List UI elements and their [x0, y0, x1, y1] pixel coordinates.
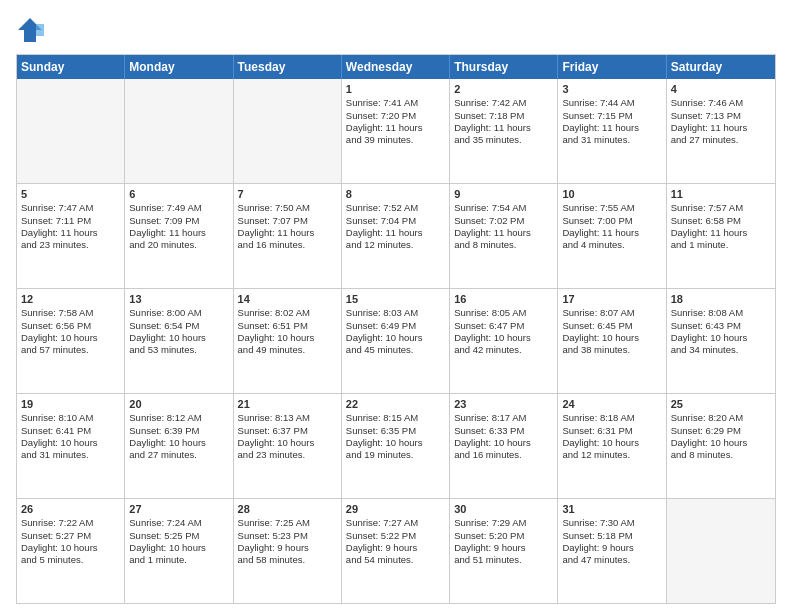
calendar-day-13: 13Sunrise: 8:00 AMSunset: 6:54 PMDayligh…: [125, 289, 233, 393]
day-number: 30: [454, 502, 553, 516]
day-info-line-2: Daylight: 9 hours: [346, 542, 445, 554]
calendar-row-2: 12Sunrise: 7:58 AMSunset: 6:56 PMDayligh…: [17, 288, 775, 393]
calendar-day-14: 14Sunrise: 8:02 AMSunset: 6:51 PMDayligh…: [234, 289, 342, 393]
day-info-line-3: and 23 minutes.: [238, 449, 337, 461]
svg-marker-1: [36, 24, 44, 36]
day-number: 15: [346, 292, 445, 306]
day-number: 11: [671, 187, 771, 201]
calendar-day-10: 10Sunrise: 7:55 AMSunset: 7:00 PMDayligh…: [558, 184, 666, 288]
day-info-line-0: Sunrise: 8:12 AM: [129, 412, 228, 424]
day-info-line-0: Sunrise: 7:30 AM: [562, 517, 661, 529]
day-info-line-1: Sunset: 6:47 PM: [454, 320, 553, 332]
day-info-line-2: Daylight: 9 hours: [562, 542, 661, 554]
day-info-line-3: and 47 minutes.: [562, 554, 661, 566]
day-info-line-3: and 31 minutes.: [562, 134, 661, 146]
day-number: 9: [454, 187, 553, 201]
day-info-line-2: Daylight: 10 hours: [238, 437, 337, 449]
day-info-line-3: and 23 minutes.: [21, 239, 120, 251]
day-info-line-3: and 38 minutes.: [562, 344, 661, 356]
day-info-line-2: Daylight: 11 hours: [238, 227, 337, 239]
day-info-line-3: and 8 minutes.: [454, 239, 553, 251]
day-number: 17: [562, 292, 661, 306]
logo: [16, 16, 46, 44]
day-info-line-0: Sunrise: 8:10 AM: [21, 412, 120, 424]
calendar-day-18: 18Sunrise: 8:08 AMSunset: 6:43 PMDayligh…: [667, 289, 775, 393]
day-info-line-1: Sunset: 6:54 PM: [129, 320, 228, 332]
day-info-line-1: Sunset: 5:27 PM: [21, 530, 120, 542]
calendar-body: 1Sunrise: 7:41 AMSunset: 7:20 PMDaylight…: [17, 79, 775, 603]
day-info-line-2: Daylight: 9 hours: [454, 542, 553, 554]
day-info-line-3: and 12 minutes.: [346, 239, 445, 251]
day-info-line-2: Daylight: 10 hours: [562, 332, 661, 344]
day-number: 3: [562, 82, 661, 96]
weekday-header-wednesday: Wednesday: [342, 55, 450, 79]
calendar-header: SundayMondayTuesdayWednesdayThursdayFrid…: [17, 55, 775, 79]
day-info-line-2: Daylight: 11 hours: [671, 122, 771, 134]
day-info-line-3: and 4 minutes.: [562, 239, 661, 251]
day-info-line-2: Daylight: 10 hours: [129, 542, 228, 554]
day-info-line-0: Sunrise: 8:02 AM: [238, 307, 337, 319]
day-info-line-1: Sunset: 5:20 PM: [454, 530, 553, 542]
day-info-line-2: Daylight: 10 hours: [454, 332, 553, 344]
day-info-line-1: Sunset: 6:51 PM: [238, 320, 337, 332]
day-number: 24: [562, 397, 661, 411]
day-info-line-0: Sunrise: 8:08 AM: [671, 307, 771, 319]
calendar-day-29: 29Sunrise: 7:27 AMSunset: 5:22 PMDayligh…: [342, 499, 450, 603]
day-info-line-1: Sunset: 7:11 PM: [21, 215, 120, 227]
day-info-line-0: Sunrise: 7:22 AM: [21, 517, 120, 529]
day-number: 6: [129, 187, 228, 201]
day-info-line-0: Sunrise: 8:17 AM: [454, 412, 553, 424]
day-info-line-3: and 5 minutes.: [21, 554, 120, 566]
day-info-line-1: Sunset: 5:18 PM: [562, 530, 661, 542]
weekday-header-monday: Monday: [125, 55, 233, 79]
day-info-line-2: Daylight: 11 hours: [21, 227, 120, 239]
day-info-line-0: Sunrise: 7:57 AM: [671, 202, 771, 214]
day-info-line-0: Sunrise: 8:07 AM: [562, 307, 661, 319]
day-info-line-0: Sunrise: 7:52 AM: [346, 202, 445, 214]
day-number: 22: [346, 397, 445, 411]
day-info-line-2: Daylight: 10 hours: [21, 437, 120, 449]
calendar-day-21: 21Sunrise: 8:13 AMSunset: 6:37 PMDayligh…: [234, 394, 342, 498]
calendar-day-4: 4Sunrise: 7:46 AMSunset: 7:13 PMDaylight…: [667, 79, 775, 183]
day-info-line-3: and 39 minutes.: [346, 134, 445, 146]
day-info-line-3: and 34 minutes.: [671, 344, 771, 356]
day-number: 13: [129, 292, 228, 306]
calendar-day-11: 11Sunrise: 7:57 AMSunset: 6:58 PMDayligh…: [667, 184, 775, 288]
day-info-line-3: and 53 minutes.: [129, 344, 228, 356]
day-info-line-1: Sunset: 7:02 PM: [454, 215, 553, 227]
day-number: 26: [21, 502, 120, 516]
day-info-line-2: Daylight: 10 hours: [21, 332, 120, 344]
day-info-line-0: Sunrise: 8:05 AM: [454, 307, 553, 319]
day-info-line-0: Sunrise: 8:13 AM: [238, 412, 337, 424]
day-info-line-0: Sunrise: 7:58 AM: [21, 307, 120, 319]
day-info-line-2: Daylight: 11 hours: [346, 122, 445, 134]
weekday-header-thursday: Thursday: [450, 55, 558, 79]
day-number: 12: [21, 292, 120, 306]
calendar-day-6: 6Sunrise: 7:49 AMSunset: 7:09 PMDaylight…: [125, 184, 233, 288]
calendar-day-20: 20Sunrise: 8:12 AMSunset: 6:39 PMDayligh…: [125, 394, 233, 498]
day-number: 21: [238, 397, 337, 411]
day-info-line-3: and 1 minute.: [671, 239, 771, 251]
calendar-day-19: 19Sunrise: 8:10 AMSunset: 6:41 PMDayligh…: [17, 394, 125, 498]
calendar-day-27: 27Sunrise: 7:24 AMSunset: 5:25 PMDayligh…: [125, 499, 233, 603]
day-info-line-2: Daylight: 10 hours: [21, 542, 120, 554]
day-info-line-0: Sunrise: 7:42 AM: [454, 97, 553, 109]
calendar-day-22: 22Sunrise: 8:15 AMSunset: 6:35 PMDayligh…: [342, 394, 450, 498]
day-info-line-0: Sunrise: 7:27 AM: [346, 517, 445, 529]
calendar-day-23: 23Sunrise: 8:17 AMSunset: 6:33 PMDayligh…: [450, 394, 558, 498]
day-info-line-1: Sunset: 6:49 PM: [346, 320, 445, 332]
day-info-line-2: Daylight: 11 hours: [671, 227, 771, 239]
calendar-day-17: 17Sunrise: 8:07 AMSunset: 6:45 PMDayligh…: [558, 289, 666, 393]
day-info-line-1: Sunset: 7:00 PM: [562, 215, 661, 227]
day-info-line-1: Sunset: 7:04 PM: [346, 215, 445, 227]
day-info-line-1: Sunset: 5:23 PM: [238, 530, 337, 542]
calendar-row-4: 26Sunrise: 7:22 AMSunset: 5:27 PMDayligh…: [17, 498, 775, 603]
day-info-line-1: Sunset: 6:29 PM: [671, 425, 771, 437]
day-number: 28: [238, 502, 337, 516]
calendar-day-28: 28Sunrise: 7:25 AMSunset: 5:23 PMDayligh…: [234, 499, 342, 603]
day-info-line-2: Daylight: 10 hours: [346, 437, 445, 449]
day-info-line-0: Sunrise: 8:03 AM: [346, 307, 445, 319]
day-number: 7: [238, 187, 337, 201]
calendar-row-0: 1Sunrise: 7:41 AMSunset: 7:20 PMDaylight…: [17, 79, 775, 183]
day-info-line-3: and 31 minutes.: [21, 449, 120, 461]
